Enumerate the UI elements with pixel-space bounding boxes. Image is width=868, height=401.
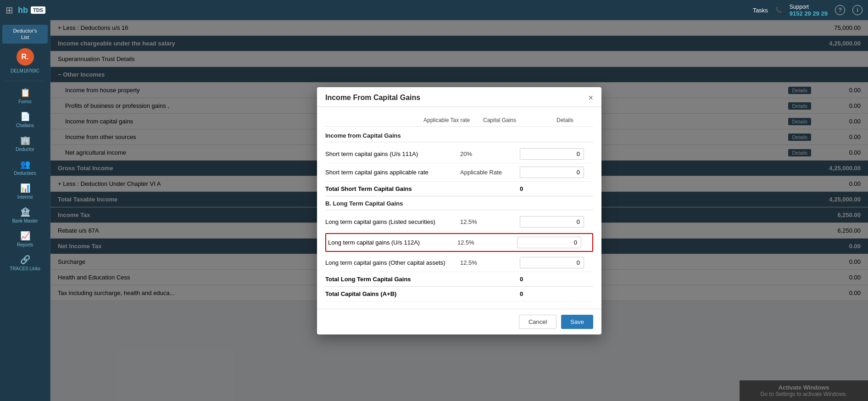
forms-icon: 📋: [20, 88, 30, 98]
save-button[interactable]: Save: [561, 315, 593, 329]
sidebar-item-forms[interactable]: 📋 Forms: [2, 85, 47, 107]
ltcg-listed-input[interactable]: [520, 216, 584, 228]
ltcg-listed-rate: 12.5%: [460, 218, 520, 225]
stcg-applicable-input[interactable]: [520, 167, 584, 178]
total-long-label: Total Long Term Capital Gains: [325, 276, 460, 283]
traces-icon: 🔗: [20, 255, 30, 265]
ltcg-other-rate: 12.5%: [460, 259, 520, 266]
sidebar-item-bankmaster[interactable]: 🏦 Bank Master: [2, 204, 47, 226]
modal-row-ltcg-other: Long term capital gains (Other capital a…: [325, 254, 593, 272]
section-a-header: Income from Capital Gains: [325, 128, 593, 142]
sidebar: Deductor'sList R. DELM18769C 📋 Forms 📄 C…: [0, 20, 50, 401]
challans-icon: 📄: [20, 111, 30, 122]
stcg-111a-input[interactable]: [520, 148, 584, 160]
modal-row-total-short: Total Short Term Capital Gains 0: [325, 182, 593, 196]
income-capital-gains-modal: Income From Capital Gains × Applicable T…: [317, 87, 601, 334]
support-info: Support 9152 29 29 29: [790, 4, 828, 17]
total-long-value: 0: [520, 276, 593, 283]
modal-overlay: Income From Capital Gains × Applicable T…: [50, 20, 868, 401]
modal-close-button[interactable]: ×: [588, 94, 593, 102]
phone-icon: 📞: [775, 7, 782, 13]
modal-column-headers: Applicable Tax rate Capital Gains Detail…: [325, 114, 593, 127]
ltcg-112a-label: Long term capital gains (U/s 112A): [328, 239, 457, 246]
logo-tds: TDS: [31, 6, 45, 14]
avatar: R.: [17, 48, 34, 66]
sidebar-item-challans[interactable]: 📄 Challans: [2, 109, 47, 131]
ltcg-112a-input[interactable]: [517, 237, 581, 248]
sidebar-divider: [5, 81, 45, 81]
modal-row-ltcg-listed: Long term capital gains (Listed securiti…: [325, 213, 593, 231]
logo-hb: hb: [18, 6, 28, 15]
sidebar-item-interest[interactable]: 📊 Interest: [2, 180, 47, 202]
col-capital-gains: Capital Gains: [483, 117, 556, 123]
modal-body: Applicable Tax rate Capital Gains Detail…: [317, 107, 601, 309]
grand-total-label: Total Capital Gains (A+B): [325, 290, 460, 297]
ltcg-112a-rate: 12.5%: [457, 239, 517, 246]
col-description: [325, 117, 423, 123]
col-details: Details: [556, 117, 593, 123]
deductees-label: Deductees: [14, 171, 36, 176]
sidebar-item-deductor[interactable]: 🏢 Deductor: [2, 133, 47, 155]
support-label: Support: [790, 4, 828, 10]
total-short-label: Total Short Term Capital Gains: [325, 185, 460, 192]
ltcg-other-input[interactable]: [520, 257, 584, 268]
stcg-111a-label: Short term capital gains (U/s 111A): [325, 150, 460, 157]
bankmaster-label: Bank Master: [12, 218, 38, 223]
deductor-icon: 🏢: [20, 135, 30, 145]
sidebar-item-reports[interactable]: 📈 Reports: [2, 228, 47, 250]
topbar-right: Tasks 📞 Support 9152 29 29 29 ? i: [753, 4, 862, 17]
modal-header: Income From Capital Gains ×: [317, 87, 601, 107]
interest-label: Interest: [17, 195, 33, 200]
info-button[interactable]: i: [852, 5, 862, 15]
topbar-left: ⊞ hb TDS: [6, 5, 45, 16]
col-tax-rate: Applicable Tax rate: [423, 117, 483, 123]
tasks-label[interactable]: Tasks: [753, 7, 768, 14]
stcg-applicable-rate: Applicable Rate: [460, 169, 520, 176]
modal-title: Income From Capital Gains: [325, 94, 420, 102]
bankmaster-icon: 🏦: [20, 207, 30, 217]
deductor-id: DELM18769C: [11, 68, 39, 73]
section-b-header: B. Long Term Capital Gains: [325, 196, 593, 210]
deductor-label: Deductor: [16, 147, 34, 152]
sidebar-item-deductees[interactable]: 👥 Deductees: [2, 156, 47, 178]
logo: hb TDS: [18, 6, 45, 15]
reports-icon: 📈: [20, 231, 30, 241]
ltcg-other-label: Long term capital gains (Other capital a…: [325, 259, 460, 266]
interest-icon: 📊: [20, 183, 30, 193]
main-layout: Deductor'sList R. DELM18769C 📋 Forms 📄 C…: [0, 20, 868, 401]
modal-row-stcg-applicable: Short term capital gains applicable rate…: [325, 163, 593, 182]
traces-label: TRACES Links: [10, 266, 40, 271]
modal-row-grand-total: Total Capital Gains (A+B) 0: [325, 287, 593, 301]
reports-label: Reports: [17, 242, 33, 247]
cancel-button[interactable]: Cancel: [519, 315, 556, 329]
phone-number: 9152 29 29 29: [790, 10, 828, 17]
challans-label: Challans: [16, 123, 34, 128]
help-button[interactable]: ?: [835, 5, 845, 15]
modal-footer: Cancel Save: [317, 309, 601, 334]
forms-label: Forms: [18, 99, 31, 104]
modal-row-stcg-111a: Short term capital gains (U/s 111A) 20%: [325, 145, 593, 163]
deductor-list-button[interactable]: Deductor'sList: [2, 25, 47, 44]
modal-row-ltcg-112a: Long term capital gains (U/s 112A) 12.5%: [325, 233, 593, 252]
stcg-applicable-label: Short term capital gains applicable rate: [325, 169, 460, 176]
modal-row-total-long: Total Long Term Capital Gains 0: [325, 272, 593, 287]
grand-total-value: 0: [520, 290, 593, 297]
topbar: ⊞ hb TDS Tasks 📞 Support 9152 29 29 29 ?…: [0, 0, 868, 20]
grid-apps-icon[interactable]: ⊞: [6, 5, 13, 16]
ltcg-listed-label: Long term capital gains (Listed securiti…: [325, 218, 460, 225]
sidebar-item-traces[interactable]: 🔗 TRACES Links: [2, 252, 47, 274]
total-short-value: 0: [520, 185, 593, 192]
stcg-111a-rate: 20%: [460, 150, 520, 157]
content-area: + Less : Deductions u/s 16 75,000.00 Inc…: [50, 20, 868, 401]
deductees-icon: 👥: [20, 159, 30, 169]
